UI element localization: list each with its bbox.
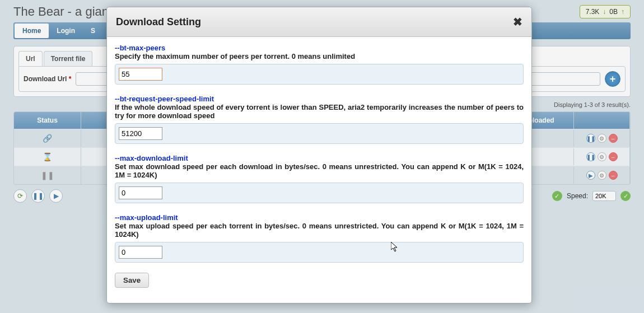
setting-key: --bt-max-peers xyxy=(115,44,524,52)
download-setting-modal: Download Setting ✖ --bt-max-peers Specif… xyxy=(106,7,532,303)
max-download-limit-input[interactable] xyxy=(119,186,162,199)
setting-desc: Set max upload speed per each torrent in… xyxy=(115,222,524,239)
setting-key: --max-upload-limit xyxy=(115,213,524,222)
bt-max-peers-input[interactable] xyxy=(119,68,162,81)
bt-request-peer-speed-input[interactable] xyxy=(119,127,162,140)
setting-desc: If the whole download speed of every tor… xyxy=(115,103,524,120)
close-icon[interactable]: ✖ xyxy=(513,15,522,29)
setting-key: --bt-request-peer-speed-limit xyxy=(115,95,524,103)
setting-desc: Specify the maximum number of peers per … xyxy=(115,52,524,60)
modal-title: Download Setting xyxy=(116,16,201,28)
max-upload-limit-input[interactable] xyxy=(119,246,162,259)
setting-key: --max-download-limit xyxy=(115,154,524,162)
setting-desc: Set max download speed per each download… xyxy=(115,162,524,179)
save-button[interactable]: Save xyxy=(115,273,149,288)
